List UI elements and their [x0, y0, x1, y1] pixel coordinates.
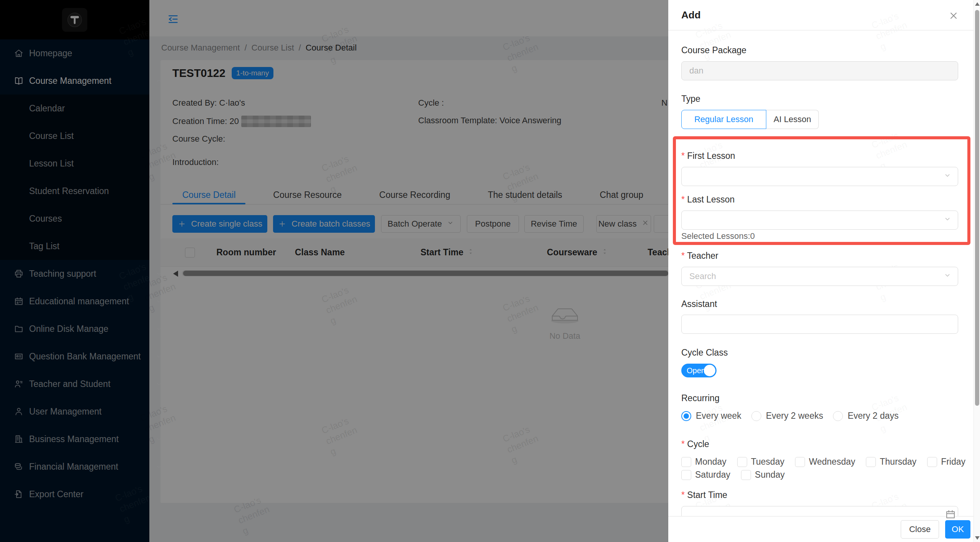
- scrollbar-thumb[interactable]: [975, 10, 979, 406]
- teacher-placeholder: Search: [689, 271, 716, 281]
- chevron-down-icon: [943, 271, 952, 279]
- ok-button[interactable]: OK: [945, 520, 970, 539]
- close-icon[interactable]: [948, 10, 959, 23]
- checkbox-saturday[interactable]: Saturday: [681, 470, 730, 480]
- checkbox-box: [741, 470, 751, 480]
- radio-label: Every 2 days: [847, 411, 898, 421]
- watermark: C-lao'schenfeng: [870, 8, 913, 52]
- close-icon: [948, 10, 959, 21]
- close-button[interactable]: Close: [901, 520, 939, 539]
- checkbox-wednesday[interactable]: Wednesday: [795, 457, 855, 467]
- checkbox-label: Sunday: [755, 470, 785, 480]
- cycle-days-label: Cycle: [681, 439, 709, 449]
- checkbox-label: Saturday: [695, 470, 730, 480]
- checkbox-box: [927, 457, 937, 467]
- first-lesson-select[interactable]: [681, 167, 958, 186]
- watermark: C-lao'schenfeng: [870, 128, 913, 172]
- checkbox-label: Monday: [695, 457, 726, 467]
- calendar-icon: [945, 508, 956, 521]
- lesson-type-segmented: Regular Lesson AI Lesson: [681, 110, 819, 129]
- first-lesson-label: First Lesson: [681, 151, 735, 161]
- checkbox-sunday[interactable]: Sunday: [741, 470, 785, 480]
- chevron-down-icon: [943, 171, 952, 182]
- chevron-down-icon: [943, 271, 952, 282]
- drawer-title: Add: [681, 9, 701, 21]
- radio-circle: [833, 411, 843, 421]
- scroll-down-arrow[interactable]: [975, 536, 980, 540]
- checkbox-label: Friday: [941, 457, 965, 467]
- cycle-class-label: Cycle Class: [681, 348, 728, 358]
- checkbox-monday[interactable]: Monday: [681, 457, 726, 467]
- calendar-icon: [945, 508, 956, 520]
- chevron-down-icon: [943, 215, 952, 223]
- page-scrollbar: [973, 0, 980, 542]
- checkbox-friday[interactable]: Friday: [927, 457, 965, 467]
- radio-circle: [681, 411, 691, 421]
- watermark: C-lao'schenfeng: [694, 18, 737, 62]
- teacher-select[interactable]: Search: [681, 267, 958, 286]
- toggle-state-label: Open: [687, 364, 705, 377]
- checkbox-label: Tuesday: [751, 457, 784, 467]
- cycle-days-row2: SaturdaySunday: [681, 470, 785, 480]
- drawer-header-divider: [668, 30, 973, 31]
- add-drawer: C-lao'schenfengC-lao'schenfengC-lao'sche…: [668, 0, 973, 542]
- cycle-class-toggle[interactable]: Open: [681, 364, 717, 377]
- radio-every-2-days[interactable]: Every 2 days: [833, 411, 898, 421]
- drawer-footer: Close OK: [668, 516, 973, 542]
- recurring-radio-group: Every weekEvery 2 weeksEvery 2 days: [681, 411, 898, 421]
- checkbox-box: [737, 457, 747, 467]
- checkbox-box: [681, 457, 691, 467]
- last-lesson-select[interactable]: [681, 211, 958, 230]
- selected-lessons-count: Selected Lessons:0: [681, 231, 755, 241]
- drawer-mask[interactable]: [0, 0, 668, 542]
- type-label: Type: [681, 94, 700, 104]
- start-time-label: Start Time: [681, 490, 727, 500]
- course-package-label: Course Package: [681, 45, 746, 56]
- radio-label: Every 2 weeks: [766, 411, 823, 421]
- checkbox-box: [795, 457, 805, 467]
- chevron-down-icon: [943, 171, 952, 180]
- checkbox-box: [866, 457, 876, 467]
- type-option-regular[interactable]: Regular Lesson: [681, 110, 766, 129]
- checkbox-label: Wednesday: [809, 457, 855, 467]
- checkbox-thursday[interactable]: Thursday: [866, 457, 916, 467]
- assistant-input[interactable]: [681, 315, 958, 334]
- course-package-input[interactable]: [681, 61, 958, 80]
- radio-circle: [751, 411, 761, 421]
- checkbox-label: Thursday: [880, 457, 916, 467]
- teacher-label: Teacher: [681, 251, 718, 261]
- cycle-days-row1: MondayTuesdayWednesdayThursdayFriday: [681, 457, 965, 467]
- checkbox-tuesday[interactable]: Tuesday: [737, 457, 784, 467]
- scroll-up-arrow[interactable]: [975, 2, 980, 6]
- checkbox-box: [681, 470, 691, 480]
- recurring-label: Recurring: [681, 393, 720, 403]
- radio-every-week[interactable]: Every week: [681, 411, 741, 421]
- chevron-down-icon: [943, 215, 952, 225]
- toggle-knob: [704, 365, 715, 376]
- radio-label: Every week: [696, 411, 741, 421]
- app-window: HomepageCourse ManagementCalendarCourse …: [0, 0, 980, 542]
- assistant-label: Assistant: [681, 299, 717, 309]
- last-lesson-label: Last Lesson: [681, 194, 735, 205]
- watermark: C-lao'schenfeng: [694, 400, 737, 444]
- radio-every-2-weeks[interactable]: Every 2 weeks: [751, 411, 823, 421]
- type-option-ai[interactable]: AI Lesson: [766, 110, 819, 129]
